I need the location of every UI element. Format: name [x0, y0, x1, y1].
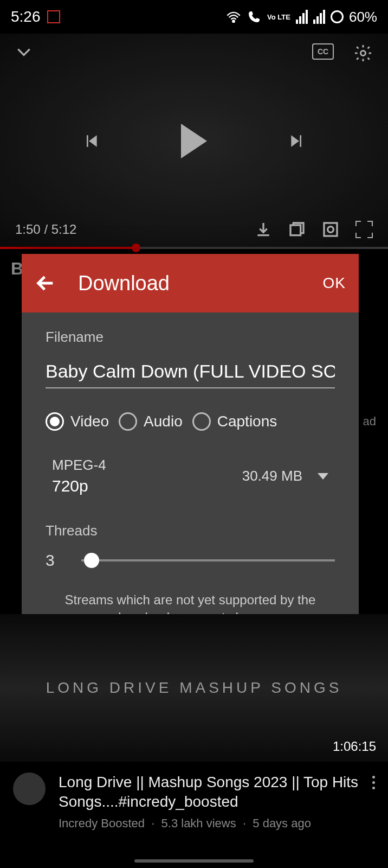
format-selector[interactable]: MPEG-4 720p 30.49 MB [46, 457, 335, 495]
threads-value: 3 [46, 551, 56, 570]
filename-input[interactable] [46, 358, 335, 388]
video-title: Long Drive || Mashup Songs 2023 || Top H… [59, 773, 359, 812]
format-resolution: 720p [52, 477, 106, 495]
related-videos: LONG DRIVE MASHUP SONGS 1:06:15 Long Dri… [0, 614, 388, 841]
threads-label: Threads [46, 522, 335, 539]
duration-badge: 1:06:15 [333, 739, 376, 754]
radio-video[interactable]: Video [46, 412, 109, 431]
format-size: 30.49 MB [242, 468, 302, 484]
video-thumbnail[interactable]: LONG DRIVE MASHUP SONGS 1:06:15 [0, 614, 388, 762]
list-item[interactable]: Long Drive || Mashup Songs 2023 || Top H… [0, 762, 388, 841]
chevron-down-icon [318, 473, 328, 480]
dialog-title: Download [78, 272, 301, 295]
back-arrow-icon[interactable] [35, 272, 56, 294]
video-meta: Incredy Boosted · 5.3 lakh views · 5 day… [59, 816, 359, 831]
format-container: MPEG-4 [52, 457, 106, 474]
more-icon[interactable] [372, 773, 375, 789]
radio-captions[interactable]: Captions [192, 412, 277, 431]
ok-button[interactable]: OK [323, 275, 346, 292]
download-dialog: Download OK Filename Video Audio Caption… [22, 254, 359, 646]
radio-audio[interactable]: Audio [119, 412, 183, 431]
threads-slider[interactable] [81, 559, 335, 561]
type-radio-group: Video Audio Captions [46, 412, 335, 431]
channel-avatar[interactable] [13, 773, 46, 805]
home-indicator[interactable] [134, 859, 254, 863]
filename-label: Filename [46, 329, 335, 346]
